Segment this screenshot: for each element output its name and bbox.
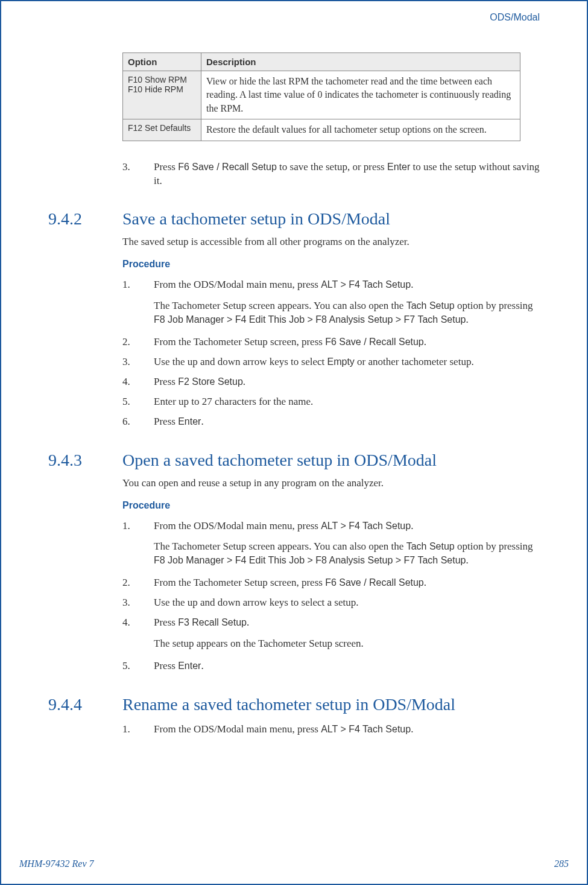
section-title: Rename a saved tachometer setup in ODS/M… bbox=[122, 695, 455, 714]
list-item: Press Enter. bbox=[122, 659, 540, 673]
key-label: F2 Store Setup bbox=[178, 376, 243, 387]
section-title: Save a tachometer setup in ODS/Modal bbox=[122, 209, 390, 229]
section-number: 9.4.3 bbox=[48, 451, 122, 470]
key-label: F6 Save / Recall Setup bbox=[325, 337, 424, 347]
step-text: option by pressing bbox=[455, 541, 533, 552]
step-text: The Tachometer Setup screen appears. You… bbox=[154, 300, 406, 311]
procedure-list: From the ODS/Modal main menu, press ALT … bbox=[122, 278, 540, 429]
step-text: From the Tachometer Setup screen, press bbox=[154, 336, 325, 347]
key-label: F6 Save / Recall Setup bbox=[178, 162, 277, 172]
page-footer: MHM-97432 Rev 7 285 bbox=[19, 858, 569, 869]
step-text: . bbox=[247, 617, 249, 628]
section-number: 9.4.2 bbox=[48, 209, 122, 229]
step-text: . bbox=[466, 554, 468, 566]
procedure-label: Procedure bbox=[122, 500, 540, 511]
step-text: Press bbox=[154, 161, 178, 173]
table-cell-desc: Restore the default values for all tacho… bbox=[201, 119, 520, 141]
step-text: . bbox=[424, 577, 426, 588]
list-item: Use the up and down arrow keys to select… bbox=[122, 355, 540, 369]
section-title: Open a saved tachometer setup in ODS/Mod… bbox=[122, 451, 437, 470]
step-text: Press bbox=[154, 376, 178, 387]
key-label: Enter bbox=[178, 661, 201, 671]
key-label: ALT > F4 Tach Setup bbox=[321, 521, 411, 531]
key-label: F6 Save / Recall Setup bbox=[325, 577, 424, 588]
step-text: . bbox=[411, 723, 413, 735]
step-sub-text: The setup appears on the Tachometer Setu… bbox=[154, 637, 540, 651]
header-chapter-label: ODS/Modal bbox=[490, 12, 540, 23]
option-text: F10 Show RPM bbox=[128, 75, 187, 84]
step-text: . bbox=[411, 279, 413, 290]
page-content: Option Description F10 Show RPM F10 Hide… bbox=[1, 1, 587, 779]
step-text: From the ODS/Modal main menu, press bbox=[154, 279, 321, 290]
section-heading: 9.4.4 Rename a saved tachometer setup in… bbox=[48, 695, 540, 714]
step-sub-text: The Tachometer Setup screen appears. You… bbox=[154, 299, 540, 327]
step-text: . bbox=[243, 376, 245, 387]
key-label: ALT > F4 Tach Setup bbox=[321, 724, 411, 734]
list-item: From the ODS/Modal main menu, press ALT … bbox=[122, 723, 540, 737]
step-text: Use the up and down arrow keys to select bbox=[154, 356, 327, 367]
key-label: Tach Setup bbox=[406, 300, 455, 311]
section-number: 9.4.4 bbox=[48, 695, 122, 714]
list-item: From the Tachometer Setup screen, press … bbox=[122, 576, 540, 590]
table-cell-desc: View or hide the last RPM the tachometer… bbox=[201, 71, 520, 119]
table-cell-option: F12 Set Defaults bbox=[123, 119, 201, 141]
table-row: F12 Set Defaults Restore the default val… bbox=[123, 119, 520, 141]
list-item: Press F2 Store Setup. bbox=[122, 375, 540, 389]
step-sub-text: The Tachometer Setup screen appears. You… bbox=[154, 540, 540, 568]
section-heading: 9.4.3 Open a saved tachometer setup in O… bbox=[48, 451, 540, 470]
procedure-list: From the ODS/Modal main menu, press ALT … bbox=[122, 519, 540, 674]
step-text: option by pressing bbox=[455, 300, 533, 311]
step-text: Press bbox=[154, 617, 178, 628]
table-header-option: Option bbox=[123, 53, 201, 71]
step-text: From the ODS/Modal main menu, press bbox=[154, 723, 321, 735]
step-text: or another tachometer setup. bbox=[355, 356, 474, 367]
step-text: . bbox=[424, 336, 426, 347]
list-item: Enter up to 27 characters for the name. bbox=[122, 395, 540, 409]
step-text: . bbox=[411, 520, 413, 531]
body-text: The saved setup is accessible from all o… bbox=[122, 235, 540, 249]
key-label: F3 Recall Setup bbox=[178, 617, 247, 627]
procedure-label: Procedure bbox=[122, 259, 540, 270]
step-text: From the Tachometer Setup screen, press bbox=[154, 577, 325, 588]
table-row: F10 Show RPM F10 Hide RPM View or hide t… bbox=[123, 71, 520, 119]
footer-docid: MHM-97432 Rev 7 bbox=[19, 858, 94, 869]
table-cell-option: F10 Show RPM F10 Hide RPM bbox=[123, 71, 201, 119]
step-text: The Tachometer Setup screen appears. You… bbox=[154, 541, 406, 552]
step-number: 3. bbox=[122, 160, 130, 174]
step-text: Press bbox=[154, 416, 178, 427]
list-item: Press F3 Recall Setup. The setup appears… bbox=[122, 616, 540, 651]
list-item: Press Enter. bbox=[122, 415, 540, 429]
step-text: Press bbox=[154, 660, 178, 671]
key-label: Enter bbox=[178, 416, 201, 427]
body-text: You can open and reuse a setup in any pr… bbox=[122, 476, 540, 490]
procedure-list: From the ODS/Modal main menu, press ALT … bbox=[122, 723, 540, 737]
table-header-description: Description bbox=[201, 53, 520, 71]
step-text: . bbox=[201, 660, 203, 671]
step-text: to save the setup, or press bbox=[277, 161, 387, 173]
list-item: From the ODS/Modal main menu, press ALT … bbox=[122, 519, 540, 568]
key-label: F8 Job Manager > F4 Edit This Job > F8 A… bbox=[154, 555, 466, 565]
key-label: Enter bbox=[387, 162, 410, 172]
key-label: Tach Setup bbox=[406, 541, 455, 551]
list-item: Use the up and down arrow keys to select… bbox=[122, 596, 540, 610]
list-item: From the Tachometer Setup screen, press … bbox=[122, 335, 540, 349]
key-label: Empty bbox=[327, 357, 355, 367]
key-label: ALT > F4 Tach Setup bbox=[321, 279, 411, 290]
step-text: . bbox=[201, 416, 203, 427]
key-label: F8 Job Manager > F4 Edit This Job > F8 A… bbox=[154, 314, 466, 325]
step-text: From the ODS/Modal main menu, press bbox=[154, 520, 321, 531]
step-continuation: 3. Press F6 Save / Recall Setup to save … bbox=[122, 160, 540, 188]
list-item: From the ODS/Modal main menu, press ALT … bbox=[122, 278, 540, 327]
options-table: Option Description F10 Show RPM F10 Hide… bbox=[122, 52, 520, 141]
footer-page-number: 285 bbox=[554, 858, 569, 869]
section-heading: 9.4.2 Save a tachometer setup in ODS/Mod… bbox=[48, 209, 540, 229]
step-text: . bbox=[466, 314, 468, 325]
option-text: F10 Hide RPM bbox=[128, 84, 183, 94]
